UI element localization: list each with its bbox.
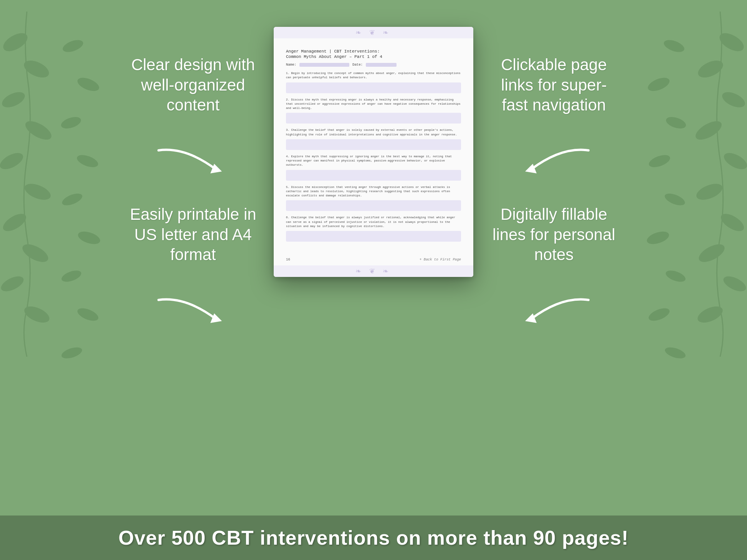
- doc-title: Anger Management | CBT Interventions:: [286, 49, 461, 54]
- doc-item-5-text: 5. Discuss the misconception that ventin…: [286, 185, 461, 198]
- doc-footer: 16 + Back to First Page: [274, 254, 473, 265]
- arrow4-container: [516, 290, 592, 329]
- document-wrapper: ❧ ❦ ❧ Anger Management | CBT Interventio…: [266, 19, 481, 285]
- feature4-text: Digitally fillable lines for personal no…: [489, 204, 619, 265]
- doc-content: Anger Management | CBT Interventions: Co…: [274, 38, 473, 254]
- doc-name-date-row: Name: Date:: [286, 63, 461, 67]
- arrow-left-1-icon: [516, 143, 592, 177]
- doc-item-2-text: 2. Discuss the myth that expressing ange…: [286, 98, 461, 111]
- arrow1-container: [155, 141, 231, 179]
- left-panel: Clear design with well-organized content…: [105, 19, 266, 364]
- doc-item-6-text: 6. Challenge the belief that anger is al…: [286, 216, 461, 229]
- bottom-banner: Over 500 CBT interventions on more than …: [0, 516, 747, 560]
- doc-item-3-lines[interactable]: [286, 139, 461, 150]
- doc-item-1-lines[interactable]: [286, 82, 461, 93]
- doc-item-6-lines[interactable]: [286, 231, 461, 242]
- doc-item-6: 6. Challenge the belief that anger is al…: [286, 216, 461, 242]
- arrow-right-1-icon: [155, 143, 231, 177]
- doc-item-5: 5. Discuss the misconception that ventin…: [286, 185, 461, 211]
- arrow-left-2-icon: [516, 292, 592, 327]
- name-label: Name:: [286, 63, 296, 67]
- back-to-first-link[interactable]: + Back to First Page: [420, 258, 461, 262]
- doc-item-4-lines[interactable]: [286, 170, 461, 181]
- doc-item-5-lines[interactable]: [286, 200, 461, 211]
- doc-item-3: 3. Challenge the belief that anger is so…: [286, 128, 461, 150]
- doc-item-4-text: 4. Explore the myth that suppressing or …: [286, 155, 461, 168]
- arrow-right-2-icon: [155, 292, 231, 327]
- center-area: Clear design with well-organized content…: [0, 19, 747, 516]
- bottom-banner-text: Over 500 CBT interventions on more than …: [0, 526, 747, 549]
- doc-item-2: 2. Discuss the myth that expressing ange…: [286, 98, 461, 124]
- doc-item-2-lines[interactable]: [286, 113, 461, 124]
- feature2-text: Easily printable in US letter and A4 for…: [128, 204, 258, 265]
- doc-subtitle: Common Myths About Anger – Part 1 of 4: [286, 54, 461, 59]
- date-label: Date:: [352, 63, 363, 67]
- doc-bottom-decoration: ❧ ❦ ❧: [274, 265, 473, 277]
- feature3-text: Clickable page links for super-fast navi…: [489, 55, 619, 115]
- arrow3-container: [516, 141, 592, 179]
- document-card: ❧ ❦ ❧ Anger Management | CBT Interventio…: [274, 27, 473, 277]
- doc-top-decoration: ❧ ❦ ❧: [274, 27, 473, 38]
- feature1-text: Clear design with well-organized content: [128, 55, 258, 115]
- doc-item-1: 1. Begin by introducing the concept of c…: [286, 71, 461, 93]
- name-field[interactable]: [299, 63, 349, 67]
- doc-item-3-text: 3. Challenge the belief that anger is so…: [286, 128, 461, 137]
- main-layout: Clear design with well-organized content…: [0, 0, 747, 560]
- date-field[interactable]: [366, 63, 397, 67]
- page-number: 16: [286, 258, 290, 262]
- doc-item-1-text: 1. Begin by introducing the concept of c…: [286, 71, 461, 80]
- doc-item-4: 4. Explore the myth that suppressing or …: [286, 155, 461, 181]
- right-panel: Clickable page links for super-fast navi…: [481, 19, 642, 364]
- arrow2-container: [155, 290, 231, 329]
